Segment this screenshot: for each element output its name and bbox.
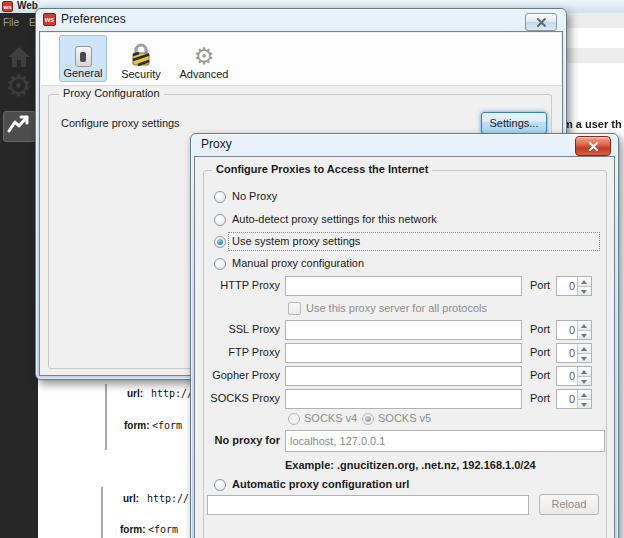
port-value: 0: [557, 390, 577, 408]
preferences-close-icon[interactable]: [525, 13, 557, 31]
main-window-title: Web: [17, 0, 38, 11]
ftp-port-spinner[interactable]: 0: [556, 343, 592, 363]
proxy-close-icon[interactable]: [575, 136, 611, 156]
port-value: 0: [557, 321, 577, 339]
socks-proxy-label: SOCKS Proxy: [204, 392, 280, 404]
tab-general[interactable]: General: [59, 35, 107, 82]
report-form-label: form:: [120, 524, 146, 535]
page: { "colors": { "ws_logo_red": "#d43a2a", …: [0, 0, 624, 538]
gopher-proxy-input[interactable]: [285, 366, 522, 386]
radio-socks-v5[interactable]: [362, 413, 374, 425]
ssl-proxy-input[interactable]: [285, 320, 522, 340]
radio-use-system-label: Use system proxy settings: [232, 235, 360, 247]
radio-no-proxy[interactable]: [214, 191, 226, 203]
spin-down-icon[interactable]: [578, 287, 591, 296]
port-label: Port: [530, 279, 550, 291]
spin-up-icon[interactable]: [578, 321, 591, 331]
port-label: Port: [530, 323, 550, 335]
settings-gear-icon[interactable]: ⚙: [5, 74, 32, 97]
report-form-label: form:: [124, 420, 150, 431]
radio-socks-v4[interactable]: [288, 413, 300, 425]
radio-auto-detect[interactable]: [214, 214, 226, 226]
port-value: 0: [557, 344, 577, 362]
no-proxy-for-input[interactable]: [285, 430, 605, 452]
ftp-proxy-label: FTP Proxy: [204, 346, 280, 358]
proxy-title: Proxy: [201, 137, 232, 151]
preferences-title: Preferences: [61, 12, 126, 26]
all-protocols-label: Use this proxy server for all protocols: [306, 302, 487, 314]
spin-up-icon[interactable]: [578, 390, 591, 400]
ssl-proxy-label: SSL Proxy: [204, 323, 280, 335]
auto-url-input[interactable]: [207, 495, 529, 515]
bg-text-fragment: m a user th: [563, 118, 622, 130]
socks-v5-label: SOCKS v5: [378, 412, 431, 424]
report-rule: [105, 384, 107, 450]
configure-proxies-group: Configure Proxies to Access the Internet…: [203, 170, 607, 538]
port-label: Port: [530, 392, 550, 404]
bg-row-stripe: [565, 13, 624, 28]
spin-up-icon[interactable]: [578, 367, 591, 377]
spin-down-icon[interactable]: [578, 400, 591, 409]
spin-down-icon[interactable]: [578, 331, 591, 340]
menu-file[interactable]: File: [3, 17, 19, 28]
tab-label: Advanced: [180, 68, 229, 80]
socks-proxy-input[interactable]: [285, 389, 522, 409]
bg-row-stripe: [565, 48, 624, 63]
ftp-proxy-input[interactable]: [285, 343, 522, 363]
app-logo-icon: ws: [2, 1, 13, 12]
radio-manual[interactable]: [214, 258, 226, 270]
report-url-label: url:: [123, 493, 139, 504]
all-protocols-checkbox[interactable]: [288, 302, 301, 315]
radio-auto-url[interactable]: [214, 479, 226, 491]
report-form-value: <form: [152, 420, 182, 431]
spin-down-icon[interactable]: [578, 377, 591, 386]
advanced-gear-icon: ⚙: [194, 45, 215, 68]
http-proxy-label: HTTP Proxy: [204, 279, 280, 291]
general-switch-icon: [75, 46, 92, 67]
port-label: Port: [530, 369, 550, 381]
radio-use-system[interactable]: [214, 236, 226, 248]
report-url-value: http://: [151, 388, 193, 399]
tab-advanced[interactable]: ⚙ Advanced: [175, 35, 233, 82]
lock-icon: [129, 43, 153, 68]
proxy-dialog: Proxy Configure Proxies to Access the In…: [190, 133, 619, 538]
tab-security[interactable]: Security: [115, 35, 167, 82]
no-proxy-for-label: No proxy for: [204, 434, 280, 446]
radio-auto-detect-label: Auto-detect proxy settings for this netw…: [232, 213, 437, 225]
sidebar: File E ⚙: [0, 13, 38, 538]
home-icon[interactable]: [7, 46, 31, 68]
spin-up-icon[interactable]: [578, 344, 591, 354]
report-form-value: <form: [148, 524, 178, 535]
port-label: Port: [530, 346, 550, 358]
tab-label: Security: [121, 68, 161, 80]
port-value: 0: [557, 277, 577, 295]
report-url-label: url:: [127, 388, 143, 399]
spin-down-icon[interactable]: [578, 354, 591, 363]
reload-button[interactable]: Reload: [539, 494, 599, 515]
http-port-spinner[interactable]: 0: [556, 276, 592, 296]
report-url-value: http://: [147, 493, 189, 504]
socks-port-spinner[interactable]: 0: [556, 389, 592, 409]
radio-auto-url-label: Automatic proxy configuration url: [232, 478, 409, 490]
activity-graph-icon[interactable]: [3, 111, 36, 142]
ssl-port-spinner[interactable]: 0: [556, 320, 592, 340]
tab-label: General: [63, 67, 102, 79]
group-title: Configure Proxies to Access the Internet: [212, 163, 432, 175]
port-value: 0: [557, 367, 577, 385]
radio-manual-label: Manual proxy configuration: [232, 257, 364, 269]
socks-v4-label: SOCKS v4: [304, 412, 357, 424]
preferences-tabstrip: General Security ⚙ Advanced: [41, 33, 561, 86]
example-text: Example: .gnucitizen.org, .net.nz, 192.1…: [285, 459, 536, 471]
report-rule: [101, 487, 103, 538]
radio-no-proxy-label: No Proxy: [232, 190, 277, 202]
gopher-proxy-label: Gopher Proxy: [204, 369, 280, 381]
preferences-logo-icon: ws: [43, 13, 56, 26]
http-proxy-input[interactable]: [285, 276, 522, 296]
spin-up-icon[interactable]: [578, 277, 591, 287]
settings-button[interactable]: Settings...: [481, 112, 547, 134]
group-title: Proxy Configuration: [59, 87, 164, 99]
configure-proxy-label: Configure proxy settings: [61, 117, 180, 129]
proxy-content: Configure Proxies to Access the Internet…: [194, 156, 615, 538]
gopher-port-spinner[interactable]: 0: [556, 366, 592, 386]
